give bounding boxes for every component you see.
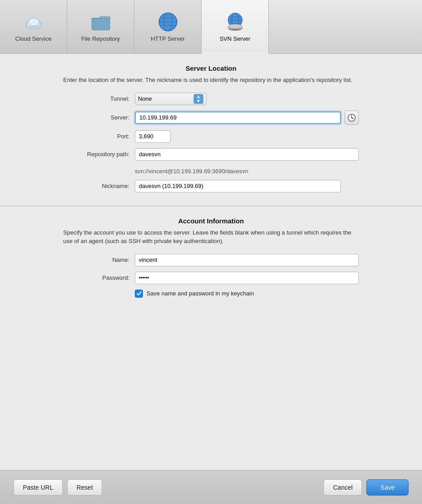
tunnel-label: Tunnel: <box>63 95 135 102</box>
port-input[interactable] <box>135 130 171 143</box>
nickname-row: Nickname: <box>63 180 359 192</box>
reset-button[interactable]: Reset <box>67 479 103 495</box>
clock-button[interactable] <box>344 111 359 125</box>
password-control <box>135 272 359 284</box>
tab-bar: Cloud Service File Repository HTTP Serve… <box>0 0 422 54</box>
name-control <box>135 254 359 266</box>
tab-svn-server-label: SVN Server <box>220 35 250 42</box>
repo-path-label: Repository path: <box>63 151 135 158</box>
tab-cloud-service-label: Cloud Service <box>15 35 52 42</box>
bottom-bar: Paste URL Reset Cancel Save <box>0 470 422 504</box>
main-content: Server Location Enter the location of th… <box>0 54 422 470</box>
tab-file-repository-label: File Repository <box>81 35 120 42</box>
tunnel-select[interactable]: None ▲ ▼ <box>135 93 207 105</box>
password-row: Password: <box>63 272 359 284</box>
nickname-input[interactable] <box>135 180 341 192</box>
server-label: Server: <box>63 114 135 121</box>
tab-http-server[interactable]: HTTP Server <box>134 0 202 53</box>
tab-svn-server[interactable]: SVN Server <box>202 0 269 54</box>
port-row: Port: <box>63 130 359 143</box>
tab-http-server-label: HTTP Server <box>151 35 185 42</box>
paste-url-button[interactable]: Paste URL <box>13 479 63 495</box>
name-input[interactable] <box>135 254 359 266</box>
tab-file-repository[interactable]: File Repository <box>67 0 134 53</box>
cloud-service-icon <box>23 11 44 33</box>
port-control <box>135 130 359 143</box>
server-location-section: Server Location Enter the location of th… <box>0 54 422 206</box>
repo-path-control <box>135 148 359 161</box>
nickname-label: Nickname: <box>63 183 135 189</box>
svn-server-icon <box>224 11 246 33</box>
repo-path-row: Repository path: <box>63 148 359 161</box>
file-repository-icon <box>90 11 112 33</box>
svg-point-18 <box>228 24 242 29</box>
svg-rect-4 <box>92 18 110 30</box>
account-information-section: Account Information Specify the account … <box>0 206 422 306</box>
server-input[interactable] <box>135 111 341 124</box>
server-location-title: Server Location <box>63 64 359 72</box>
svg-point-3 <box>28 18 39 26</box>
keychain-label: Save name and password in my keychain <box>146 290 254 297</box>
keychain-checkbox[interactable] <box>135 290 143 298</box>
server-control <box>135 111 359 125</box>
server-row: Server: <box>63 111 359 125</box>
save-button[interactable]: Save <box>366 479 409 495</box>
password-input[interactable] <box>135 272 359 284</box>
tunnel-row: Tunnel: None ▲ ▼ <box>63 93 359 105</box>
cancel-button[interactable]: Cancel <box>323 479 362 495</box>
server-location-description: Enter the location of the server. The ni… <box>63 76 359 85</box>
port-label: Port: <box>63 133 135 140</box>
nickname-control <box>135 180 359 192</box>
tunnel-select-value: None <box>138 95 194 102</box>
tab-cloud-service[interactable]: Cloud Service <box>0 0 67 53</box>
password-label: Password: <box>63 274 135 281</box>
url-preview: svn://vincent@10.199.199.69:3690/davesvn <box>63 166 359 176</box>
name-label: Name: <box>63 256 135 263</box>
name-row: Name: <box>63 254 359 266</box>
keychain-row: Save name and password in my keychain <box>63 290 359 298</box>
tunnel-control: None ▲ ▼ <box>135 93 359 105</box>
account-information-description: Specify the account you use to access th… <box>63 228 359 246</box>
tunnel-select-arrow-icon: ▲ ▼ <box>194 94 203 104</box>
http-server-icon <box>157 11 179 33</box>
repo-path-input[interactable] <box>135 148 359 161</box>
account-information-title: Account Information <box>63 217 359 225</box>
